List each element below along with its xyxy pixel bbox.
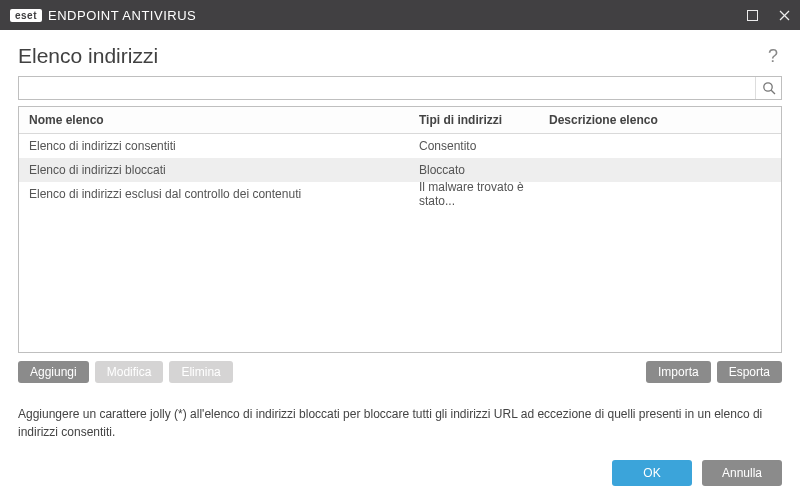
table-actions: Aggiungi Modifica Elimina Importa Esport… [18, 361, 782, 383]
cell-name: Elenco di indirizzi esclusi dal controll… [19, 181, 409, 207]
cell-type: Consentito [409, 133, 539, 159]
svg-line-4 [771, 90, 775, 94]
page-title: Elenco indirizzi [18, 44, 158, 68]
dialog-footer: OK Annulla [0, 446, 800, 500]
col-header-desc[interactable]: Descrizione elenco [539, 107, 781, 133]
window-controls [744, 7, 792, 23]
ok-button[interactable]: OK [612, 460, 692, 486]
product-name: ENDPOINT ANTIVIRUS [48, 8, 196, 23]
col-header-type[interactable]: Tipi di indirizzi [409, 107, 539, 133]
export-button[interactable]: Esporta [717, 361, 782, 383]
table-row[interactable]: Elenco di indirizzi consentitiConsentito [19, 134, 781, 158]
import-button[interactable]: Importa [646, 361, 711, 383]
page-header: Elenco indirizzi ? [0, 30, 800, 76]
table-row[interactable]: Elenco di indirizzi esclusi dal controll… [19, 182, 781, 206]
search-input[interactable] [19, 77, 755, 99]
brand-logo: eset ENDPOINT ANTIVIRUS [10, 8, 196, 23]
titlebar: eset ENDPOINT ANTIVIRUS [0, 0, 800, 30]
close-icon[interactable] [776, 7, 792, 23]
cell-desc [539, 164, 781, 176]
cell-desc [539, 188, 781, 200]
delete-button: Elimina [169, 361, 232, 383]
search-icon[interactable] [755, 77, 781, 99]
svg-point-3 [763, 83, 771, 91]
col-header-name[interactable]: Nome elenco [19, 107, 409, 133]
table-header: Nome elenco Tipi di indirizzi Descrizion… [19, 107, 781, 134]
brand-badge: eset [10, 9, 42, 22]
cell-name: Elenco di indirizzi consentiti [19, 133, 409, 159]
cell-name: Elenco di indirizzi bloccati [19, 157, 409, 183]
cell-type: Il malware trovato è stato... [409, 174, 539, 214]
search-row [18, 76, 782, 100]
svg-rect-0 [747, 10, 757, 20]
cancel-button[interactable]: Annulla [702, 460, 782, 486]
add-button[interactable]: Aggiungi [18, 361, 89, 383]
table-row[interactable]: Elenco di indirizzi bloccatiBloccato [19, 158, 781, 182]
help-icon[interactable]: ? [764, 46, 782, 67]
maximize-icon[interactable] [744, 7, 760, 23]
hint-text: Aggiungere un carattere jolly (*) all'el… [0, 393, 800, 441]
cell-desc [539, 140, 781, 152]
table-body: Elenco di indirizzi consentitiConsentito… [19, 134, 781, 206]
edit-button: Modifica [95, 361, 164, 383]
address-list-table: Nome elenco Tipi di indirizzi Descrizion… [18, 106, 782, 353]
